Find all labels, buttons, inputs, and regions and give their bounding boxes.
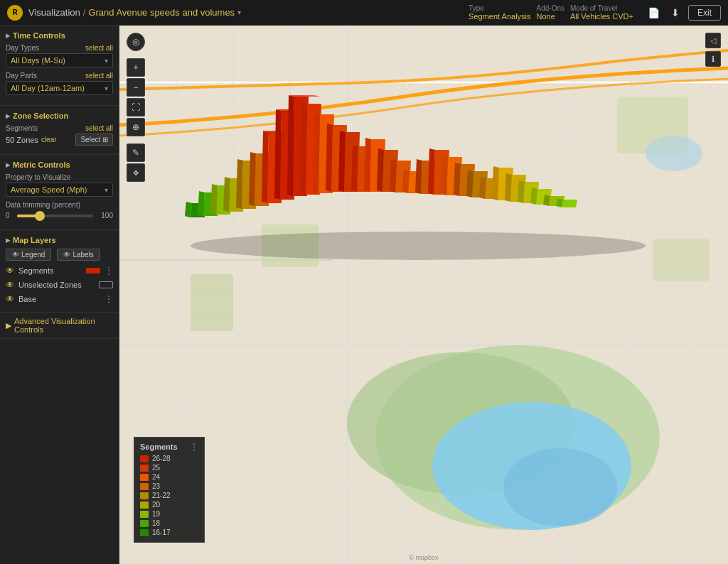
header: R Visualization / Grand Avenue speeds an… bbox=[0, 0, 728, 26]
layer-unselected-zones: 👁 Unselected Zones bbox=[6, 278, 113, 292]
legend-item: 21-22 bbox=[140, 492, 198, 499]
legend-button[interactable]: 👁 Legend bbox=[6, 249, 51, 261]
select-zones-button[interactable]: Select ⊞ bbox=[75, 134, 113, 146]
property-field: Property to Visualize Average Speed (Mph… bbox=[6, 173, 113, 197]
legend-range-label: 24 bbox=[152, 473, 160, 481]
legend-item: 24 bbox=[140, 473, 198, 481]
day-types-label: Day Types select all bbox=[6, 44, 113, 52]
legend-box: Segments ⋮ 26-28 25 24 23 21-22 20 19 18 bbox=[134, 437, 205, 543]
zones-count: 50 Zones bbox=[6, 136, 38, 144]
legend-swatch bbox=[140, 483, 149, 490]
time-controls-section: ▶ Time Controls Day Types select all All… bbox=[0, 26, 119, 106]
legend-swatch bbox=[140, 465, 149, 472]
breadcrumb-current: Grand Avenue speeds and volumes bbox=[88, 7, 235, 18]
advanced-arrow: ▶ bbox=[6, 321, 11, 330]
draw-button[interactable]: ✎ bbox=[127, 143, 145, 162]
legend-range-label: 16-17 bbox=[152, 528, 171, 536]
property-dropdown[interactable]: Average Speed (Mph) ▾ bbox=[6, 183, 113, 197]
legend-swatch bbox=[140, 455, 149, 462]
map-layers-section: ▶ Map Layers 👁 Legend 👁 Labels 👁 Segment… bbox=[0, 230, 119, 313]
download-button[interactable]: ⬇ bbox=[668, 6, 682, 20]
map-layers-header[interactable]: ▶ Map Layers bbox=[6, 236, 113, 244]
zone-title: Zone Selection bbox=[13, 112, 68, 120]
metric-title: Metric Controls bbox=[13, 161, 70, 169]
day-parts-field: Day Parts select all All Day (12am-12am)… bbox=[6, 72, 113, 95]
legend-item: 20 bbox=[140, 501, 198, 509]
property-chevron: ▾ bbox=[105, 186, 108, 194]
eye-icon-labels: 👁 bbox=[63, 251, 70, 259]
day-types-dropdown[interactable]: All Days (M-Su) ▾ bbox=[6, 53, 113, 67]
map-controls: ◎ + − ⛶ ⊕ ✎ ✥ bbox=[127, 33, 145, 182]
advanced-section[interactable]: ▶ Advanced Visualization Controls bbox=[0, 313, 119, 339]
day-parts-dropdown[interactable]: All Day (12am-12am) ▾ bbox=[6, 81, 113, 95]
slider-thumb[interactable] bbox=[35, 211, 45, 221]
segments-layer-menu[interactable]: ⋮ bbox=[105, 266, 113, 276]
legend-swatch bbox=[140, 529, 149, 536]
zones-clear[interactable]: clear bbox=[41, 136, 57, 143]
zone-arrow: ▶ bbox=[6, 113, 10, 119]
legend-item: 26-28 bbox=[140, 455, 198, 462]
time-controls-arrow: ▶ bbox=[6, 33, 10, 39]
legend-range-label: 20 bbox=[152, 501, 160, 509]
legend-title: Segments bbox=[140, 443, 178, 451]
zone-select-all[interactable]: select all bbox=[85, 124, 113, 132]
app-logo: R bbox=[7, 5, 23, 21]
layer-segments: 👁 Segments ⋮ bbox=[6, 264, 113, 278]
legend-item: 25 bbox=[140, 464, 198, 472]
breadcrumb-root: Visualization bbox=[28, 7, 80, 18]
legend-range-label: 26-28 bbox=[152, 455, 171, 462]
header-actions: 📄 ⬇ Exit bbox=[645, 5, 721, 21]
zoom-in-button[interactable]: + bbox=[127, 58, 145, 77]
day-types-select-all[interactable]: select all bbox=[85, 44, 113, 52]
exit-button[interactable]: Exit bbox=[688, 5, 721, 21]
map-area: ◎ + − ⛶ ⊕ ✎ ✥ ◁ ℹ Segments ⋮ 26-28 25 24… bbox=[119, 26, 728, 564]
compass-button[interactable]: ◎ bbox=[127, 33, 145, 51]
document-icon-button[interactable]: 📄 bbox=[645, 6, 663, 20]
layers-title: Map Layers bbox=[13, 236, 56, 244]
meta-mode: Mode of Travel All Vehicles CVD+ bbox=[570, 4, 633, 21]
zone-selection-section: ▶ Zone Selection Segments select all 50 … bbox=[0, 106, 119, 155]
base-layer-menu[interactable]: ⋮ bbox=[105, 294, 113, 304]
panel-toggle-button[interactable]: ◁ bbox=[705, 33, 721, 48]
layer-base: 👁 Base ⋮ bbox=[6, 292, 113, 306]
day-parts-label: Day Parts select all bbox=[6, 72, 113, 80]
trimming-field: Data trimming (percent) 0 100 bbox=[6, 201, 113, 219]
zoom-out-button[interactable]: − bbox=[127, 78, 145, 97]
day-parts-select-all[interactable]: select all bbox=[85, 72, 113, 80]
trimming-label: Data trimming (percent) bbox=[6, 201, 113, 209]
left-panel: ▶ Time Controls Day Types select all All… bbox=[0, 26, 119, 564]
legend-swatch bbox=[140, 501, 149, 509]
eye-icon-zones[interactable]: 👁 bbox=[6, 280, 14, 290]
legend-range-label: 18 bbox=[152, 519, 160, 527]
legend-range-label: 25 bbox=[152, 464, 160, 472]
legend-title-row: Segments ⋮ bbox=[140, 442, 198, 452]
pan-button[interactable]: ✥ bbox=[127, 163, 145, 182]
location-button[interactable]: ⊕ bbox=[127, 118, 145, 136]
svg-marker-102 bbox=[562, 200, 577, 207]
trim-slider-track[interactable] bbox=[17, 215, 93, 217]
legend-swatch bbox=[140, 492, 149, 499]
legend-menu-button[interactable]: ⋮ bbox=[190, 442, 198, 452]
trimming-slider-row: 0 100 bbox=[6, 212, 113, 219]
legend-range-label: 23 bbox=[152, 482, 160, 490]
meta-addons: Add-Ons None bbox=[537, 4, 564, 21]
metric-controls-header[interactable]: ▶ Metric Controls bbox=[6, 161, 113, 169]
meta-tags: Type Segment Analysis Add-Ons None Mode … bbox=[469, 4, 633, 21]
svg-point-39 bbox=[191, 232, 646, 260]
legend-labels-row: 👁 Legend 👁 Labels bbox=[6, 249, 113, 261]
eye-icon-segments[interactable]: 👁 bbox=[6, 266, 14, 276]
breadcrumb-sep: / bbox=[83, 7, 86, 18]
segments-label-row: Segments select all bbox=[6, 124, 113, 132]
breadcrumb-chevron[interactable]: ▾ bbox=[237, 9, 241, 16]
labels-button[interactable]: 👁 Labels bbox=[57, 249, 100, 261]
trim-min-label: 0 bbox=[6, 212, 14, 219]
time-controls-header[interactable]: ▶ Time Controls bbox=[6, 31, 113, 40]
day-types-field: Day Types select all All Days (M-Su) ▾ bbox=[6, 44, 113, 67]
fullscreen-button[interactable]: ⛶ bbox=[127, 98, 145, 116]
legend-item: 16-17 bbox=[140, 528, 198, 536]
eye-icon-base[interactable]: 👁 bbox=[6, 294, 14, 304]
layers-arrow: ▶ bbox=[6, 237, 10, 244]
zone-selection-header[interactable]: ▶ Zone Selection bbox=[6, 112, 113, 120]
watermark: © mapbox bbox=[409, 554, 438, 561]
info-button[interactable]: ℹ bbox=[705, 51, 721, 67]
